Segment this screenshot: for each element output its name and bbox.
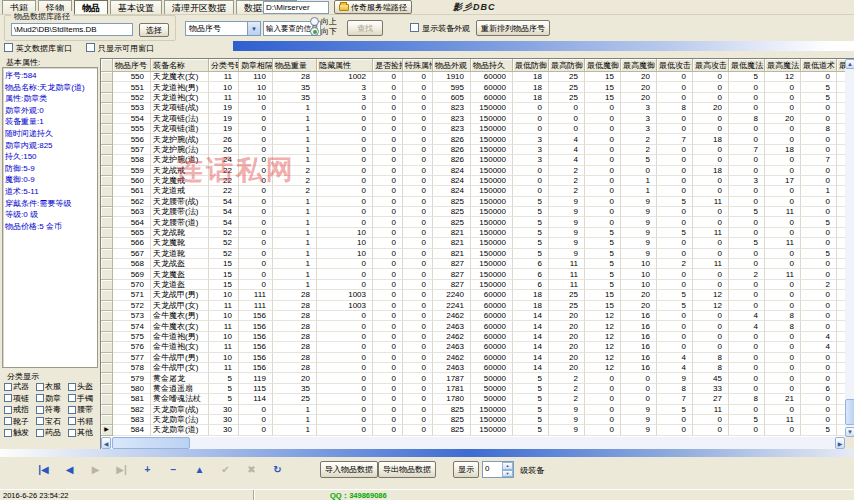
grid-cell[interactable]: 1 [273, 228, 317, 238]
column-header[interactable]: 最高魔法 [765, 59, 801, 72]
grid-cell[interactable]: 8 [801, 124, 837, 134]
grid-cell[interactable]: 20 [549, 342, 585, 352]
grid-cell[interactable]: 9 [549, 197, 585, 207]
grid-cell[interactable]: 4 [657, 363, 693, 373]
grid-cell[interactable] [837, 269, 845, 279]
grid-cell[interactable]: 0 [657, 415, 693, 425]
checkbox-icon[interactable] [68, 394, 76, 402]
grid-cell[interactable]: 0 [403, 373, 433, 383]
grid-cell[interactable]: 1 [273, 114, 317, 124]
grid-cell[interactable]: 1003 [317, 301, 373, 311]
grid-cell[interactable]: 1787 [433, 373, 471, 383]
grid-cell[interactable]: 金牛道袍(女) [151, 342, 209, 352]
grid-cell[interactable]: 20 [549, 353, 585, 363]
grid-cell[interactable] [837, 280, 845, 290]
tab-物品[interactable]: 物品 [74, 0, 108, 14]
grid-cell[interactable]: 0 [801, 405, 837, 415]
grid-cell[interactable]: 1781 [433, 384, 471, 394]
import-items-button[interactable]: 导入物品数据 [320, 461, 378, 478]
grid-cell[interactable]: 5 [585, 228, 621, 238]
grid-cell[interactable]: 821 [433, 228, 471, 238]
grid-cell[interactable]: 0 [317, 259, 373, 269]
grid-cell[interactable]: 9 [621, 425, 657, 435]
grid-cell[interactable]: 0 [693, 82, 729, 92]
grid-cell[interactable]: 2462 [433, 353, 471, 363]
grid-cell[interactable]: 60000 [471, 93, 513, 103]
grid-cell[interactable]: 0 [403, 353, 433, 363]
grid-cell[interactable]: 0 [693, 269, 729, 279]
grid-cell[interactable]: 1 [273, 238, 317, 248]
grid-cell[interactable]: 0 [657, 93, 693, 103]
grid-cell[interactable]: 150000 [471, 124, 513, 134]
grid-cell[interactable]: 5 [585, 269, 621, 279]
grid-cell[interactable]: 824 [433, 186, 471, 196]
grid-cell[interactable]: 0 [657, 72, 693, 82]
grid-cell[interactable]: 5 [801, 249, 837, 259]
grid-cell[interactable]: 0 [403, 269, 433, 279]
grid-cell[interactable]: 12 [585, 363, 621, 373]
nav-prior-button[interactable]: ◀ [62, 463, 77, 477]
grid-cell[interactable]: 827 [433, 259, 471, 269]
grid-cell[interactable]: 0 [729, 363, 765, 373]
grid-cell[interactable]: 25 [549, 72, 585, 82]
grid-cell[interactable]: 557 [113, 145, 151, 155]
grid-cell[interactable]: 827 [433, 280, 471, 290]
category-checkbox-item[interactable]: 头盔 [68, 381, 98, 393]
grid-cell[interactable]: 0 [239, 103, 273, 113]
grid-cell[interactable]: 0 [403, 103, 433, 113]
checkbox-icon[interactable] [68, 383, 76, 391]
grid-cell[interactable]: 5 [513, 384, 549, 394]
grid-cell[interactable]: 2 [273, 176, 317, 186]
grid-cell[interactable]: 5 [729, 415, 765, 425]
grid-cell[interactable]: 0 [693, 321, 729, 331]
grid-cell[interactable]: 12 [585, 353, 621, 363]
grid-cell[interactable]: 5 [657, 290, 693, 300]
grid-cell[interactable]: 0 [239, 207, 273, 217]
grid-cell[interactable]: 6 [513, 259, 549, 269]
row-indicator-cell[interactable] [101, 176, 113, 186]
grid-cell[interactable]: 0 [585, 384, 621, 394]
grid-cell[interactable]: 0 [657, 249, 693, 259]
grid-cell[interactable]: 1 [273, 155, 317, 165]
grid-cell[interactable]: 4 [729, 321, 765, 331]
row-indicator-cell[interactable] [101, 394, 113, 404]
grid-cell[interactable]: 0 [657, 280, 693, 290]
grid-cell[interactable]: 0 [239, 415, 273, 425]
row-indicator-cell[interactable] [101, 269, 113, 279]
grid-cell[interactable]: 20 [549, 311, 585, 321]
nav-last-button[interactable]: ▶| [114, 463, 129, 477]
column-header[interactable]: 最低防御 [513, 59, 549, 72]
grid-cell[interactable]: 0 [373, 301, 403, 311]
grid-cell[interactable]: 0 [657, 207, 693, 217]
grid-cell[interactable]: 0 [765, 249, 801, 259]
grid-cell[interactable]: 天龙魔戒 [151, 176, 209, 186]
grid-cell[interactable]: 0 [373, 321, 403, 331]
grid-cell[interactable]: 0 [403, 93, 433, 103]
grid-cell[interactable]: 4 [549, 145, 585, 155]
grid-cell[interactable]: 156 [239, 332, 273, 342]
column-header[interactable]: 勋章相隔 [239, 59, 273, 72]
grid-cell[interactable]: 1 [273, 415, 317, 425]
grid-cell[interactable]: 7 [657, 394, 693, 404]
grid-cell[interactable]: 11 [549, 269, 585, 279]
grid-cell[interactable]: 2 [549, 186, 585, 196]
grid-cell[interactable]: 16 [621, 332, 657, 342]
grid-cell[interactable]: 9 [549, 415, 585, 425]
search-field-dropdown[interactable]: 物品序号 ▼ [185, 21, 261, 36]
checkbox-icon[interactable] [36, 383, 44, 391]
grid-cell[interactable]: 0 [801, 363, 837, 373]
row-indicator-cell[interactable] [101, 342, 113, 352]
grid-cell[interactable]: 28 [273, 332, 317, 342]
grid-cell[interactable]: 14 [513, 311, 549, 321]
horizontal-scrollbar[interactable]: ◀ ▶ [101, 437, 845, 449]
grid-cell[interactable]: 150000 [471, 176, 513, 186]
checkbox-icon[interactable] [4, 406, 12, 414]
row-indicator-cell[interactable] [101, 207, 113, 217]
grid-cell[interactable]: 577 [113, 353, 151, 363]
grid-cell[interactable]: 1 [273, 249, 317, 259]
grid-cell[interactable]: 825 [433, 207, 471, 217]
grid-cell[interactable]: 0 [317, 145, 373, 155]
column-header[interactable]: 最低攻击 [657, 59, 693, 72]
grid-cell[interactable]: 0 [729, 342, 765, 352]
nav-edit-button[interactable]: ▲ [192, 463, 207, 477]
